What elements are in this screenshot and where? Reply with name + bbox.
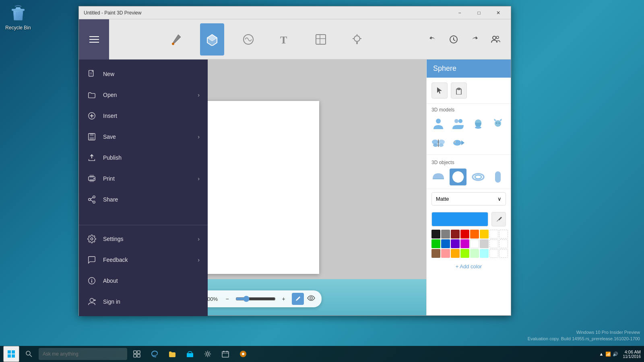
- hamburger-button[interactable]: [79, 19, 109, 60]
- color-preview[interactable]: [431, 212, 488, 226]
- 3d-icon: [206, 33, 219, 46]
- color-empty4[interactable]: [499, 239, 508, 248]
- color-pink[interactable]: [441, 249, 450, 258]
- obj-dome[interactable]: [430, 169, 447, 185]
- menu-item-insert[interactable]: Insert: [79, 105, 208, 126]
- model-item-1[interactable]: [430, 116, 447, 133]
- settings-taskbar-button[interactable]: [200, 346, 216, 362]
- menu-share-label: Share: [103, 196, 118, 203]
- redo-button[interactable]: [466, 31, 483, 48]
- color-empty6[interactable]: [499, 249, 508, 258]
- settings-gear-icon: [204, 350, 212, 358]
- view-mode-button[interactable]: [307, 295, 315, 303]
- color-lightgreen[interactable]: [470, 249, 479, 258]
- minimize-button[interactable]: −: [450, 6, 469, 19]
- menu-item-save[interactable]: Save ›: [79, 126, 208, 147]
- zoom-out-button[interactable]: −: [223, 294, 232, 304]
- redo-clock-button[interactable]: [445, 31, 462, 48]
- taskbar-clock[interactable]: 4:06 AM 11/1/2016: [623, 350, 641, 359]
- watermark-line1: Windows 10 Pro Insider Preview: [528, 329, 640, 335]
- color-green[interactable]: [431, 239, 440, 248]
- color-brown[interactable]: [431, 249, 440, 258]
- menu-item-print[interactable]: Print ›: [79, 168, 208, 189]
- menu-item-about[interactable]: About: [79, 270, 208, 291]
- maximize-button[interactable]: □: [470, 6, 488, 19]
- taskbar-search-input[interactable]: [39, 348, 127, 360]
- groove-taskbar-button[interactable]: [235, 346, 251, 362]
- brush-tool-button[interactable]: [164, 23, 188, 56]
- color-cyan[interactable]: [480, 249, 489, 258]
- menu-new-label: New: [103, 71, 114, 77]
- capsule-icon: [489, 169, 506, 185]
- svg-point-56: [496, 123, 497, 124]
- menu-item-open[interactable]: Open ›: [79, 84, 208, 105]
- users-button[interactable]: [487, 31, 504, 48]
- start-button[interactable]: [3, 346, 19, 362]
- menu-item-new[interactable]: New: [79, 64, 208, 84]
- color-empty1[interactable]: [489, 230, 498, 239]
- svg-point-86: [206, 353, 209, 355]
- search-button[interactable]: [21, 346, 37, 362]
- color-empty5[interactable]: [489, 249, 498, 258]
- color-magenta[interactable]: [460, 239, 469, 248]
- 3d-tool-button[interactable]: [200, 23, 224, 56]
- lighting-icon: [351, 33, 363, 46]
- effects-tool-button[interactable]: [236, 23, 260, 56]
- publish-icon: [87, 153, 97, 162]
- store-taskbar-button[interactable]: [182, 346, 198, 362]
- color-empty2[interactable]: [499, 230, 508, 239]
- svg-line-38: [91, 200, 93, 202]
- taskbar: ▲ 📶 🔊 4:06 AM 11/1/2016: [0, 346, 644, 362]
- svg-rect-75: [8, 350, 11, 354]
- edge-taskbar-button[interactable]: [147, 346, 163, 362]
- explorer-taskbar-button[interactable]: [164, 346, 180, 362]
- color-amber[interactable]: [451, 249, 460, 258]
- color-black[interactable]: [431, 230, 440, 239]
- add-color-button[interactable]: + Add color: [431, 259, 506, 274]
- calendar-taskbar-button[interactable]: [217, 346, 233, 362]
- about-icon: [87, 276, 97, 286]
- close-button[interactable]: ✕: [489, 6, 508, 19]
- color-empty3[interactable]: [489, 239, 498, 248]
- canvas-tool-button[interactable]: [309, 23, 333, 56]
- color-purple[interactable]: [451, 239, 460, 248]
- menu-item-share[interactable]: Share: [79, 189, 208, 210]
- cursor-tool-button[interactable]: [431, 82, 448, 99]
- color-blue[interactable]: [441, 239, 450, 248]
- color-red[interactable]: [460, 230, 469, 239]
- text-tool-button[interactable]: T: [272, 23, 297, 56]
- zoom-in-button[interactable]: +: [279, 294, 289, 304]
- color-darkred[interactable]: [451, 230, 460, 239]
- paste-tool-button[interactable]: [451, 82, 467, 99]
- menu-item-publish[interactable]: Publish: [79, 147, 208, 168]
- obj-torus[interactable]: [470, 169, 487, 185]
- svg-point-12: [354, 36, 360, 41]
- color-lightgray[interactable]: [480, 239, 489, 248]
- svg-point-43: [90, 298, 93, 302]
- color-yellow[interactable]: [480, 230, 489, 239]
- obj-capsule[interactable]: [489, 169, 506, 185]
- menu-item-feedback[interactable]: Feedback ›: [79, 249, 208, 270]
- color-chartreuse[interactable]: [460, 249, 469, 258]
- model-item-5[interactable]: [430, 134, 447, 151]
- systray-expand[interactable]: ▲: [599, 352, 604, 356]
- model-item-6[interactable]: [450, 134, 466, 151]
- color-orange[interactable]: [470, 230, 479, 239]
- zoom-slider[interactable]: [235, 296, 276, 302]
- model-item-4[interactable]: [489, 116, 506, 133]
- recycle-bin-icon[interactable]: Recycle Bin: [4, 4, 32, 31]
- svg-rect-81: [134, 351, 136, 354]
- menu-item-signin[interactable]: Sign in: [79, 291, 208, 312]
- material-dropdown[interactable]: Matte ∨: [431, 192, 506, 206]
- task-view-button[interactable]: [129, 346, 145, 362]
- obj-sphere[interactable]: [450, 169, 466, 185]
- model-item-3[interactable]: [470, 116, 487, 133]
- color-gray[interactable]: [441, 230, 450, 239]
- undo-button[interactable]: [424, 31, 442, 48]
- lighting-tool-button[interactable]: [345, 23, 369, 56]
- model-item-2[interactable]: [450, 116, 466, 133]
- menu-item-settings[interactable]: Settings ›: [79, 228, 208, 249]
- edit-mode-button[interactable]: [292, 293, 304, 305]
- color-white[interactable]: [470, 239, 479, 248]
- eyedropper-button[interactable]: [491, 212, 506, 226]
